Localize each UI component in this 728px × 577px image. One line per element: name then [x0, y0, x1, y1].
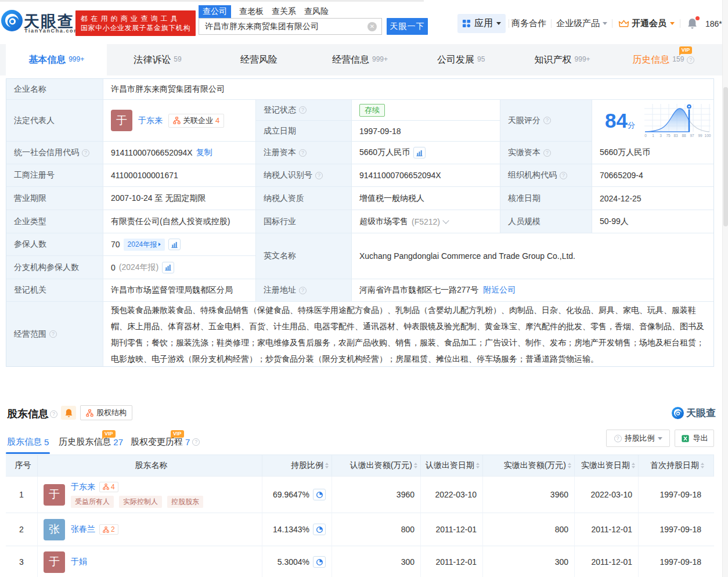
sort-icon[interactable] — [632, 463, 635, 468]
apps-menu[interactable]: 应用 — [457, 14, 506, 33]
industry-cell: 超级市场零售(F5212) — [352, 210, 500, 233]
help-icon[interactable] — [543, 117, 551, 124]
tag-beneficial-owner[interactable]: 受益所有人 — [71, 496, 114, 508]
tianyancha-logo-icon[interactable] — [1, 10, 23, 31]
col-header[interactable]: 认缴出资额(万元) — [332, 455, 421, 477]
promo-banner[interactable]: 都在用的商业查询工具 国家中小企业发展子基金旗下机构 — [75, 10, 196, 36]
menu-enterprise[interactable]: 企业级产品 — [556, 18, 600, 29]
clear-search-icon[interactable]: ✕ — [367, 22, 377, 31]
search-box: ✕ — [199, 18, 382, 35]
tab-business-info[interactable]: 经营信息999+ — [309, 44, 410, 75]
search-tab-company[interactable]: 查公司 — [199, 5, 231, 18]
col-header[interactable]: 认缴出资日期 — [421, 455, 483, 477]
help-icon[interactable] — [82, 149, 89, 157]
related-badge[interactable]: 2 — [99, 524, 118, 535]
export-button[interactable]: 导出 — [675, 430, 714, 447]
sort-icon[interactable] — [325, 463, 329, 468]
avatar[interactable]: 于 — [44, 484, 65, 506]
search-tab-risk[interactable]: 查风险 — [304, 6, 329, 17]
sort-icon[interactable] — [568, 463, 571, 468]
pie-chart-icon[interactable] — [313, 556, 326, 568]
tab-intellectual-property[interactable]: 知识产权999+ — [511, 44, 612, 75]
col-header[interactable]: 股东名称 — [38, 455, 262, 477]
help-icon[interactable] — [299, 106, 307, 114]
help-icon[interactable] — [560, 172, 567, 179]
help-icon[interactable] — [49, 330, 57, 338]
related-badge[interactable]: 4 — [99, 482, 118, 492]
related-companies-badge[interactable]: 关联企业4 — [168, 114, 224, 128]
tab-history-info[interactable]: 历史信息159 VIP — [613, 44, 714, 75]
chevron-down-icon[interactable] — [442, 217, 449, 223]
avatar[interactable]: 于 — [44, 551, 65, 573]
shareholder-link[interactable]: 张春兰 — [71, 524, 95, 535]
tab-history-shareholders[interactable]: 历史股东信息27 — [59, 437, 123, 448]
help-icon[interactable] — [299, 149, 307, 157]
help-icon[interactable] — [299, 287, 307, 294]
menu-vip[interactable]: 开通会员 — [632, 18, 666, 29]
scrollbar[interactable] — [722, 0, 728, 577]
search-tabs: 查公司 查老板 查关系 查风险 — [199, 5, 337, 18]
help-icon[interactable] — [543, 149, 551, 157]
field-label: 参保人数 — [6, 233, 103, 256]
field-label: 企业名称 — [6, 79, 103, 100]
sort-icon[interactable] — [414, 463, 417, 468]
pie-chart-icon[interactable] — [313, 489, 326, 500]
active-tab-underline — [6, 452, 50, 454]
help-icon[interactable] — [315, 172, 323, 179]
org-icon — [173, 117, 181, 124]
col-header[interactable]: 首次持股日期 — [639, 455, 714, 477]
search-tab-boss[interactable]: 查老板 — [239, 6, 264, 17]
shareholder-alert-bell[interactable] — [61, 406, 76, 420]
search-button[interactable]: 天眼一下 — [387, 18, 428, 35]
sort-icon[interactable] — [476, 463, 480, 468]
credit-code-cell: 91411000706652094X复制 — [103, 142, 256, 164]
nearby-companies-link[interactable]: 附近公司 — [483, 285, 516, 295]
org-code: 70665209-4 — [592, 164, 713, 187]
paid-capital: 5660万人民币 — [592, 142, 713, 164]
branch-insured-cell: 0 (2024年报) — [103, 256, 256, 279]
bell-icon — [64, 408, 73, 418]
tab-company-development[interactable]: 公司发展95 — [410, 44, 511, 75]
tag-controlling-shareholder[interactable]: 控股股东 — [167, 496, 203, 508]
avatar[interactable]: 于 — [111, 110, 132, 131]
score-cell[interactable]: 84分 0137583889799100 — [592, 100, 713, 142]
annual-report-pill[interactable]: 2024年报 — [124, 239, 165, 251]
avatar[interactable]: 张 — [44, 519, 65, 540]
field-label: 法定代表人 — [6, 100, 103, 142]
tab-equity-changes[interactable]: 股权变更历程7 — [131, 437, 200, 448]
pie-chart-icon[interactable] — [313, 524, 326, 535]
search-tab-relation[interactable]: 查关系 — [272, 6, 296, 17]
tab-basic-info[interactable]: 基本信息999+ — [6, 44, 107, 75]
svg-text:88: 88 — [682, 134, 686, 138]
help-icon[interactable] — [50, 410, 57, 418]
shareholder-link[interactable]: 于娟 — [71, 557, 87, 567]
field-label: 实缴资本 — [500, 142, 592, 164]
row-index: 1 — [6, 477, 38, 513]
insured-chart-icon[interactable] — [168, 239, 181, 250]
col-header[interactable]: 实缴出资日期 — [575, 455, 639, 477]
shareholders-title: 股东信息 — [7, 407, 49, 421]
copy-link[interactable]: 复制 — [196, 147, 212, 158]
branch-chart-icon[interactable] — [162, 262, 174, 273]
help-icon[interactable] — [192, 438, 200, 446]
header-menu: 商务合作 企业级产品 开通会员 186*... — [509, 14, 728, 33]
shareholder-link[interactable]: 于东来 — [71, 482, 95, 492]
field-label: 登记状态 — [256, 100, 352, 121]
help-icon — [687, 56, 694, 64]
capital-chart-icon[interactable] — [413, 147, 426, 158]
col-header[interactable]: 持股比例 — [262, 455, 332, 477]
menu-business[interactable]: 商务合作 — [511, 18, 546, 29]
col-header[interactable]: 序号 — [6, 455, 38, 477]
notification-bell[interactable] — [687, 17, 698, 30]
tab-shareholders[interactable]: 股东信息5 — [7, 437, 49, 448]
tab-legal[interactable]: 法律诉讼59 — [107, 44, 208, 75]
tab-operation-risk[interactable]: 经营风险 — [208, 44, 309, 75]
holding-ratio-button[interactable]: 持股比例 — [606, 430, 670, 447]
tag-actual-controller[interactable]: 实际控制人 — [119, 496, 162, 508]
equity-structure-button[interactable]: 股权结构 — [80, 405, 132, 420]
col-header[interactable]: 实缴出资额(万元) — [483, 455, 575, 477]
sort-icon[interactable] — [701, 463, 704, 468]
scrollbar-thumb[interactable] — [723, 87, 728, 226]
search-input[interactable] — [199, 22, 367, 31]
legal-rep-link[interactable]: 于东来 — [138, 116, 163, 126]
